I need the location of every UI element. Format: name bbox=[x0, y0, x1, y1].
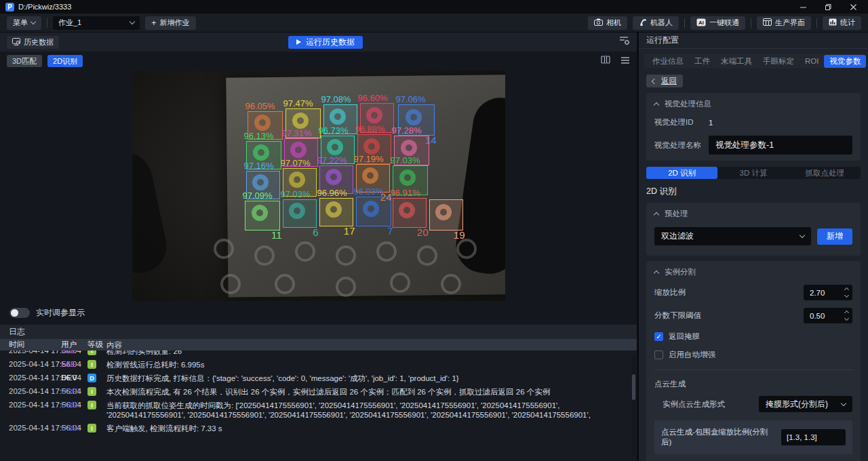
log-level-badge: I bbox=[87, 401, 96, 409]
titlebar: P D:/Pickwiz/3333 bbox=[0, 0, 868, 14]
tab-roi[interactable]: ROI bbox=[800, 56, 824, 66]
svg-text:AI: AI bbox=[698, 20, 704, 26]
detection-score: 96.88% bbox=[355, 124, 385, 134]
tab-workpiece[interactable]: 工件 bbox=[689, 55, 715, 68]
log-col-user: 用户 bbox=[61, 340, 87, 350]
detection-score: 97.03% bbox=[391, 155, 420, 165]
minimize-button[interactable] bbox=[800, 3, 807, 11]
stats-button[interactable]: 统计 bbox=[823, 16, 861, 30]
checkbox-unchecked-icon[interactable] bbox=[654, 350, 663, 359]
log-user: FAE bbox=[61, 360, 87, 368]
auto-augment-checkbox-row[interactable]: 启用自动增强 bbox=[654, 350, 852, 360]
production-icon bbox=[763, 18, 772, 27]
background-ring bbox=[441, 274, 461, 294]
preprocess-box: 预处理 双边滤波 新增 bbox=[646, 203, 861, 256]
collapse-icon[interactable] bbox=[654, 270, 659, 276]
checkbox-checked-icon[interactable]: ✓ bbox=[654, 332, 663, 341]
collapse-icon[interactable] bbox=[654, 212, 659, 218]
detection-score: 97.22% bbox=[317, 155, 347, 165]
back-button[interactable]: 返回 bbox=[646, 75, 683, 87]
log-time: 2025-04-14 17:56:04 bbox=[0, 424, 61, 432]
log-row: 2025-04-14 17:56:04DEVD历史数据打标完成, 打标信息：{'… bbox=[0, 372, 637, 385]
tab-grasp-point-mode[interactable]: 抓取点处理 bbox=[789, 167, 861, 179]
score-threshold-input[interactable]: 0.50 bbox=[804, 308, 852, 323]
detection-score: 97.07% bbox=[281, 158, 311, 168]
background-ring bbox=[254, 245, 275, 266]
pointcloud-form-select[interactable]: 掩膜形式(分割后) bbox=[759, 396, 852, 412]
add-preprocess-button[interactable]: 新增 bbox=[817, 228, 852, 245]
segmentation-box: 实例分割 缩放比例 2.70 分数下限阈值 0.50 bbox=[646, 261, 861, 461]
realtime-toggle[interactable] bbox=[9, 308, 30, 318]
split-view-icon[interactable] bbox=[600, 55, 611, 67]
detection-mask bbox=[292, 113, 309, 129]
separator bbox=[47, 18, 47, 28]
close-button[interactable] bbox=[850, 3, 857, 11]
job-select[interactable]: 作业_1 bbox=[53, 16, 140, 30]
separator bbox=[816, 18, 817, 28]
new-job-label: 新增作业 bbox=[160, 18, 190, 28]
detection-mask bbox=[406, 109, 422, 125]
tab-2d-recognition[interactable]: 2D识别 bbox=[47, 55, 83, 67]
detection-score: 97.31% bbox=[282, 128, 312, 138]
background-ring bbox=[417, 245, 437, 266]
scale-ratio-label: 缩放比例 bbox=[654, 287, 804, 298]
history-image-view[interactable]: 96.05%97.47%97.08%96.60%97.06%1496.13%97… bbox=[132, 71, 505, 301]
chevron-down-icon bbox=[841, 400, 846, 405]
background-ring bbox=[220, 274, 241, 294]
stats-label: 统计 bbox=[840, 18, 855, 28]
tab-vision-params[interactable]: 视觉参数 bbox=[824, 55, 866, 68]
tab-job-info[interactable]: 作业信息 bbox=[647, 55, 689, 68]
production-view-button[interactable]: 生产界面 bbox=[757, 16, 811, 30]
maximize-button[interactable] bbox=[825, 3, 832, 11]
log-user: DEV bbox=[61, 374, 87, 382]
number-stepper[interactable] bbox=[845, 311, 848, 320]
collapse-icon[interactable] bbox=[654, 102, 659, 108]
ai-connect-label: 一键联通 bbox=[709, 18, 739, 28]
camera-button[interactable]: 相机 bbox=[588, 16, 627, 30]
tab-3d-compute-mode[interactable]: 3D 计算 bbox=[717, 167, 789, 179]
bbox-scale-box: 点云生成-包围盒缩放比例(分割后) [1.3, 1.3] bbox=[654, 420, 852, 454]
menu-icon[interactable] bbox=[620, 55, 630, 67]
preprocess-select[interactable]: 双边滤波 bbox=[654, 227, 811, 245]
run-history-button[interactable]: 运行历史数据 bbox=[288, 36, 363, 49]
log-scrollbar[interactable] bbox=[632, 355, 635, 457]
production-view-label: 生产界面 bbox=[775, 18, 805, 28]
tab-3d-match[interactable]: 3D匹配 bbox=[7, 55, 42, 67]
background-ring bbox=[376, 241, 397, 262]
log-user: USEI bbox=[61, 424, 87, 432]
detection-index: 20 bbox=[417, 226, 429, 238]
detection-mask bbox=[399, 202, 415, 218]
robot-icon bbox=[639, 18, 647, 28]
run-config-title: 运行配置 bbox=[639, 33, 868, 49]
pointcloud-section-label: 点云生成 bbox=[654, 379, 686, 389]
detection-mask bbox=[401, 140, 417, 156]
return-mask-checkbox-row[interactable]: ✓ 返回掩膜 bbox=[654, 332, 852, 342]
ai-connect-button[interactable]: AI 一键联通 bbox=[690, 16, 745, 30]
log-row: 2025-04-14 17:56:04FAEI检测管线运行总耗时: 6.995s bbox=[0, 358, 637, 372]
mode-tabs: 2D 识别 3D 计算 抓取点处理 bbox=[646, 167, 861, 179]
log-row: 2025-04-14 17:56:04USEII客户端触发, 检测流程耗时: 7… bbox=[0, 422, 637, 435]
number-stepper[interactable] bbox=[845, 288, 848, 297]
new-job-button[interactable]: + 新增作业 bbox=[145, 16, 196, 30]
detection-mask bbox=[326, 201, 342, 218]
detection-mask bbox=[399, 169, 416, 186]
background-ring bbox=[214, 239, 234, 259]
log-time: 2025-04-14 17:56:04 bbox=[0, 374, 61, 382]
bbox-scale-input[interactable]: [1.3, 1.3] bbox=[781, 429, 846, 445]
scale-ratio-input[interactable]: 2.70 bbox=[804, 285, 852, 300]
menu-button[interactable]: 菜单 bbox=[7, 16, 41, 30]
tab-2d-recognition-mode[interactable]: 2D 识别 bbox=[646, 167, 717, 179]
vision-name-input[interactable]: 视觉处理参数-1 bbox=[709, 136, 852, 155]
plus-icon: + bbox=[151, 18, 157, 27]
detection-index: 19 bbox=[454, 229, 465, 241]
list-settings-icon[interactable] bbox=[619, 36, 630, 48]
run-history-label: 运行历史数据 bbox=[306, 37, 355, 48]
log-level-badge: I bbox=[87, 424, 96, 433]
menu-label: 菜单 bbox=[13, 18, 28, 28]
run-config-panel: 运行配置 作业信息 工件 末端工具 手眼标定 ROI 视觉参数 返回 视觉处理信… bbox=[639, 33, 868, 461]
tab-hand-eye-calibration[interactable]: 手眼标定 bbox=[757, 55, 800, 68]
scale-ratio-value: 2.70 bbox=[810, 289, 825, 297]
tab-end-tool[interactable]: 末端工具 bbox=[715, 55, 757, 68]
robot-button[interactable]: 机器人 bbox=[633, 16, 679, 30]
log-rows: 2025-04-14 17:56:04FAEI检测到的实例数量: 262025-… bbox=[0, 344, 637, 461]
